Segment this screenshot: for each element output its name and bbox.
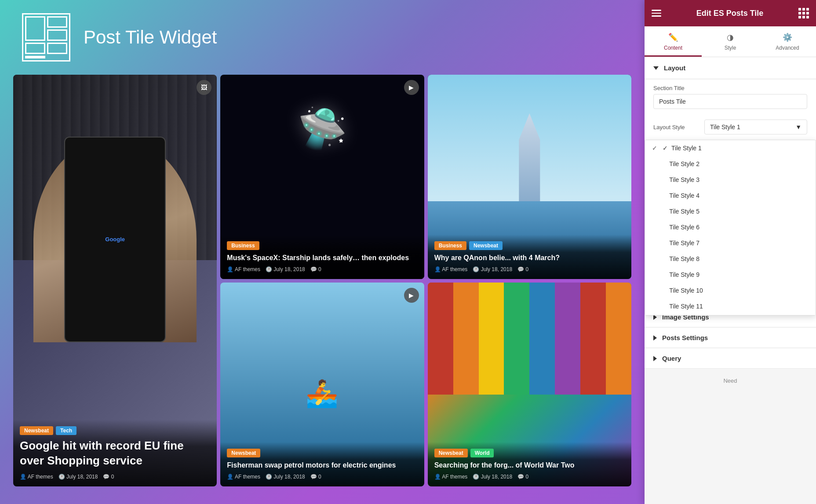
post-title-qanon: Why are QAnon belie... with 4 March? — [434, 254, 625, 263]
layout-style-select[interactable]: Tile Style 1 ▼ — [704, 120, 807, 134]
posts-settings-title: Posts Settings — [662, 334, 708, 341]
section-title-label: Section Title — [653, 85, 807, 91]
post-meta-ww2: 👤 AF themes 🕐 July 18, 2018 💬 0 — [434, 474, 625, 480]
posts-grid: Google 🖼 Newsbeat Tech Google hit with r… — [0, 75, 645, 500]
post-meta-fisherman: 👤 AF themes 🕐 July 18, 2018 💬 0 — [227, 474, 417, 480]
meta-comments-spacex: 💬 0 — [310, 266, 321, 272]
tag-newsbeat-fish[interactable]: Newsbeat — [227, 449, 260, 457]
meta-date-fish: 🕐 July 18, 2018 — [266, 474, 305, 480]
video-icon-fish: ▶ — [404, 288, 419, 303]
post-card-google[interactable]: Google 🖼 Newsbeat Tech Google hit with r… — [13, 75, 217, 486]
layout-style-wrapper: Layout Style Tile Style 1 ▼ ✓ Tile Style… — [645, 114, 816, 140]
post-title-ww2: Searching for the forg... of World War T… — [434, 461, 625, 470]
meta-comments-qanon: 💬 0 — [517, 266, 528, 272]
selected-style-value: Tile Style 1 — [710, 123, 740, 131]
tag-badges-ww2: Newsbeat World — [434, 449, 625, 457]
need-help-text: Need — [645, 369, 816, 393]
chevron-down-icon: ▼ — [795, 123, 801, 131]
post-meta-google: 👤 AF themes 🕐 July 18, 2018 💬 0 — [20, 474, 210, 480]
post-meta-spacex: 👤 AF themes 🕐 July 18, 2018 💬 0 — [227, 266, 417, 272]
meta-comments-ww2: 💬 0 — [517, 474, 528, 480]
tag-world-ww2[interactable]: World — [470, 449, 494, 457]
tag-tech[interactable]: Tech — [56, 426, 76, 435]
post-card-spacex[interactable]: 🛸 ▶ Business Musk's SpaceX: Starship lan… — [220, 75, 424, 279]
dropdown-item-2[interactable]: Tile Style 2 — [645, 156, 816, 172]
posts-settings-section[interactable]: Posts Settings — [645, 328, 816, 348]
post-card-qanon[interactable]: Business Newsbeat Why are QAnon belie...… — [428, 75, 631, 279]
tag-newsbeat-ww2[interactable]: Newsbeat — [434, 449, 468, 457]
meta-comments-fish: 💬 0 — [310, 474, 321, 480]
apps-icon[interactable] — [798, 8, 809, 18]
section-title-input[interactable] — [653, 94, 807, 109]
advanced-tab-icon: ⚙️ — [783, 33, 792, 42]
style-tab-icon: ◑ — [727, 33, 734, 42]
post-card-fisherman[interactable]: 🚣 ▶ Newsbeat Fisherman swap petrol motor… — [220, 283, 424, 487]
card-overlay-fisherman: Newsbeat Fisherman swap petrol motors fo… — [220, 442, 424, 486]
meta-date-qanon: 🕐 July 18, 2018 — [473, 266, 512, 272]
widget-title: Post Tile Widget — [84, 27, 217, 48]
dropdown-item-9[interactable]: Tile Style 9 — [645, 267, 816, 283]
tag-badges-fisherman: Newsbeat — [227, 449, 417, 457]
tab-style[interactable]: ◑ Style — [702, 26, 759, 57]
dropdown-item-3[interactable]: Tile Style 3 — [645, 172, 816, 188]
dropdown-item-6[interactable]: Tile Style 6 — [645, 219, 816, 235]
content-tab-icon: ✏️ — [668, 33, 678, 42]
tab-style-label: Style — [725, 45, 736, 51]
query-arrow-icon — [653, 356, 657, 361]
dropdown-item-4[interactable]: Tile Style 4 — [645, 188, 816, 203]
card-overlay-spacex: Business Musk's SpaceX: Starship lands s… — [220, 235, 424, 279]
meta-author-ww2: 👤 AF themes — [434, 474, 468, 480]
icon-cell — [25, 43, 45, 54]
layout-style-row: Layout Style Tile Style 1 ▼ — [645, 114, 816, 140]
dropdown-item-11[interactable]: Tile Style 11 — [645, 298, 816, 314]
posts-settings-arrow-icon — [653, 335, 657, 341]
fisherman-visual: 🚣 — [306, 378, 339, 409]
tab-advanced[interactable]: ⚙️ Advanced — [759, 26, 816, 57]
query-title: Query — [662, 355, 681, 362]
icon-cell — [47, 16, 67, 28]
card-overlay-google: Newsbeat Tech Google hit with record EU … — [13, 420, 217, 486]
card-overlay-ww2: Newsbeat World Searching for the forg...… — [428, 442, 631, 486]
dropdown-item-7[interactable]: Tile Style 7 — [645, 235, 816, 251]
meta-date: 🕐 July 18, 2018 — [58, 474, 98, 480]
dropdown-item-1[interactable]: ✓ Tile Style 1 — [645, 140, 816, 156]
dropdown-item-10[interactable]: Tile Style 10 — [645, 283, 816, 298]
meta-author-fish: 👤 AF themes — [227, 474, 260, 480]
panel-title: Edit ES Posts Tile — [661, 9, 798, 18]
tag-newsbeat-qanon[interactable]: Newsbeat — [469, 241, 503, 250]
card-top-overlay: 🖼 — [13, 75, 217, 100]
dropdown-item-12[interactable]: Tile Style 12 — [645, 314, 816, 315]
icon-cell — [25, 56, 45, 58]
tab-content-label: Content — [664, 45, 682, 51]
panel-body: Layout Section Title Layout Style Tile S… — [645, 57, 816, 504]
layout-section-header[interactable]: Layout — [645, 57, 816, 79]
dropdown-item-8[interactable]: Tile Style 8 — [645, 251, 816, 267]
tag-business-spacex[interactable]: Business — [227, 241, 259, 250]
satellite-visual: 🛸 — [298, 105, 347, 152]
card-top-overlay-fish: ▶ — [220, 283, 424, 308]
post-title-fisherman: Fisherman swap petrol motors for electri… — [227, 461, 417, 470]
icon-cell — [47, 43, 67, 54]
tag-newsbeat[interactable]: Newsbeat — [20, 426, 53, 435]
panel-tabs: ✏️ Content ◑ Style ⚙️ Advanced — [645, 26, 816, 57]
post-card-ww2[interactable]: Newsbeat World Searching for the forg...… — [428, 283, 631, 487]
tag-business-qanon[interactable]: Business — [434, 241, 466, 250]
widget-header: Post Tile Widget — [0, 0, 645, 75]
tag-badges-spacex: Business — [227, 241, 417, 250]
card-top-overlay-spacex: ▶ — [220, 75, 424, 100]
meta-comments: 💬 0 — [103, 474, 114, 480]
post-title-spacex: Musk's SpaceX: Starship lands safely… th… — [227, 254, 417, 263]
query-section[interactable]: Query — [645, 348, 816, 369]
meta-date-ww2: 🕐 July 18, 2018 — [473, 474, 512, 480]
dropdown-item-5[interactable]: Tile Style 5 — [645, 203, 816, 219]
icon-cell — [25, 16, 45, 41]
tab-content[interactable]: ✏️ Content — [645, 26, 702, 57]
hamburger-icon[interactable] — [652, 10, 661, 17]
main-content: Post Tile Widget Google 🖼 Newsbeat Tech … — [0, 0, 645, 504]
section-title-field: Section Title — [645, 80, 816, 114]
widget-icon — [22, 13, 70, 62]
meta-author-spacex: 👤 AF themes — [227, 266, 260, 272]
layout-style-label: Layout Style — [653, 124, 697, 131]
layout-style-dropdown[interactable]: ✓ Tile Style 1 Tile Style 2 Tile Style 3… — [645, 140, 816, 315]
medal-visual — [428, 283, 631, 395]
